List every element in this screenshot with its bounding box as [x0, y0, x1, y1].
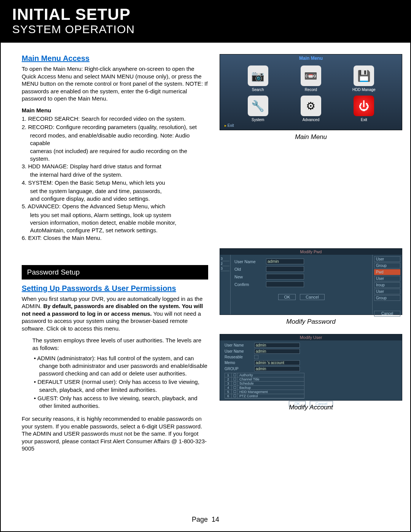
caption-main-menu: Main Menu [220, 133, 402, 141]
section-heading-password: Setting Up Passwords & User Permissions [22, 284, 208, 293]
list-item: version information, motion detect, enab… [22, 219, 208, 227]
list-item: and configure display, audio and video s… [22, 195, 208, 203]
side-tab-user[interactable]: User [374, 289, 400, 294]
password-para-1: When you first startup your DVR, you are… [22, 295, 208, 332]
bullet-item: • ADMIN (administrator): Has full contro… [32, 355, 208, 378]
mm-icon-advanced[interactable]: ⚙Advanced [286, 96, 336, 122]
table-row: 2☐Channel Title [225, 377, 304, 382]
side-tab-pwd[interactable]: Pwd [374, 269, 400, 275]
mm-exit-link[interactable]: Exit [225, 123, 234, 128]
auth-checkbox[interactable]: ☐ [232, 394, 238, 398]
user-name-field[interactable]: admin [254, 349, 300, 354]
password-para-2: The system employs three levels of user … [22, 337, 208, 352]
memo-field[interactable]: admin 's account [254, 360, 300, 365]
auth-checkbox[interactable]: ☐ [232, 390, 238, 394]
section-heading-main-menu: Main Menu Access [22, 54, 208, 63]
confirm-field[interactable] [266, 281, 304, 287]
list-item: record modes, and enable/disable audio r… [22, 132, 208, 147]
search-icon: 📷 [248, 66, 268, 86]
ok-button[interactable]: OK [278, 294, 296, 300]
list-item: cameras (not included) are required for … [22, 147, 208, 163]
list-item: AutoMaintain, configure PTZ, set network… [22, 227, 208, 234]
modacc-title: Modify User [220, 334, 402, 340]
modify-account-screenshot: Modify User User NameadminUser Nameadmin… [220, 334, 402, 401]
reuseable-checkbox[interactable] [254, 355, 258, 359]
table-row: 1☐Authority [225, 373, 304, 377]
table-row: 3☐Schedule [225, 382, 304, 386]
group-field[interactable]: admin [254, 366, 300, 371]
mm-icon-system[interactable]: 🔧System [233, 96, 283, 122]
mm-icon-record[interactable]: 📼Record [286, 66, 336, 92]
user-level-bullets: • ADMIN (administrator): Has full contro… [32, 355, 208, 410]
auth-checkbox[interactable]: ☐ [232, 382, 238, 385]
section-bar-password: Password Setup [22, 265, 208, 280]
page-subtitle: SYSTEM OPERATION [12, 23, 399, 36]
list-item: the internal hard drive of the system. [22, 171, 208, 179]
side-tab-group[interactable]: Group [374, 295, 400, 301]
page-footer: Page 14 [1, 516, 410, 524]
bullet-item: • DEFAULT USER (normal user): Only has a… [32, 378, 208, 394]
intro-paragraph: To open the Main Menu: Right-click anywh… [22, 65, 208, 102]
side-tab-user[interactable]: User [374, 256, 400, 262]
list-item: lets you set mail options, Alarm setting… [22, 211, 208, 219]
page-title: INITIAL SETUP [12, 5, 399, 24]
list-item: 5. ADVANCED: Opens the Advanced Setup Me… [22, 203, 208, 210]
record-icon: 📼 [301, 66, 321, 86]
user-name-field[interactable]: admin [254, 343, 300, 348]
main-menu-subhead: Main Menu [22, 107, 208, 113]
mm-icon-exit[interactable]: ⏻Exit [339, 96, 389, 122]
auth-checkbox[interactable]: ☐ [232, 373, 238, 377]
cancel-button[interactable]: Cancel [300, 294, 324, 300]
system-icon: 🔧 [248, 96, 268, 116]
side-tab-iroup[interactable]: Iroup [374, 282, 400, 288]
table-row: 5☐HDD Management [225, 390, 304, 394]
mm-icon-search[interactable]: 📷Search [233, 66, 283, 92]
exit-icon: ⏻ [354, 96, 374, 116]
side-tab-group[interactable]: Group [374, 263, 400, 268]
hdd-manage-icon: 💾 [354, 66, 374, 86]
caption-modify-password: Modify Password [220, 318, 402, 326]
bullet-item: • GUEST: Only has access to live viewing… [32, 395, 208, 410]
old-field[interactable] [266, 266, 304, 272]
main-menu-screenshot: Main Menu 📷Search📼Record💾HDD Manage🔧Syst… [220, 54, 402, 130]
list-item: 4. SYSTEM: Open the Basic Setup Menu, wh… [22, 179, 208, 187]
list-item: 2. RECORD: Configure recording parameter… [22, 123, 208, 131]
auth-checkbox[interactable]: ☐ [232, 377, 238, 381]
list-item: 6. EXIT: Closes the Main Menu. [22, 234, 208, 242]
page-header: INITIAL SETUP SYSTEM OPERATION [1, 1, 410, 43]
list-item: set the system language, date and time, … [22, 187, 208, 195]
auth-checkbox[interactable]: ☐ [232, 386, 238, 390]
caption-modify-account: Modify Account [220, 404, 402, 411]
new-field[interactable] [266, 274, 304, 280]
user-name-field[interactable]: admin [266, 259, 304, 264]
table-row: 6☐PTZ Control [225, 394, 304, 398]
modpwd-title: Modify Pwd [220, 249, 402, 255]
mm-title: Main Menu [220, 54, 402, 61]
cancel-button[interactable]: Cancel [374, 311, 400, 316]
table-row: 4☐Backup [225, 386, 304, 390]
main-menu-list: 1. RECORD SEARCH: Search for recorded vi… [22, 115, 208, 242]
password-para-3: For security reasons, it is highly recom… [22, 415, 208, 452]
mm-icon-hdd-manage[interactable]: 💾HDD Manage [339, 66, 389, 92]
modify-password-screenshot: Modify Pwd 323 User NameadminOldNewConfi… [220, 248, 402, 315]
side-tab-user[interactable]: User [374, 276, 400, 281]
advanced-icon: ⚙ [301, 96, 321, 116]
list-item: 1. RECORD SEARCH: Search for recorded vi… [22, 115, 208, 123]
list-item: 3. HDD MANAGE: Display hard drive status… [22, 163, 208, 170]
